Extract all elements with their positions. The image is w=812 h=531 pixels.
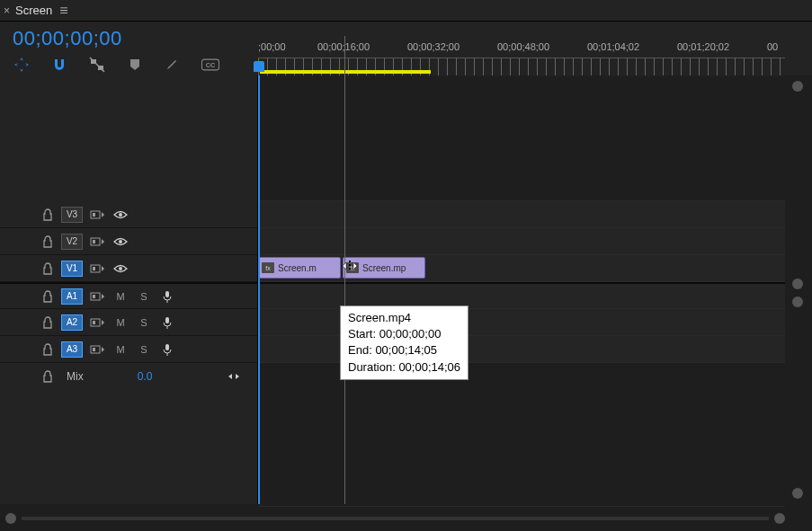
timeline-content[interactable]: fx Screen.m fx Screen.mp: [258, 75, 785, 504]
audio-lane[interactable]: [258, 309, 785, 336]
lock-icon[interactable]: [40, 290, 56, 303]
track-target-toggle[interactable]: A1: [61, 288, 83, 305]
tooltip-label: Start:: [348, 327, 376, 341]
svg-rect-21: [165, 344, 169, 350]
zoom-track[interactable]: [22, 517, 769, 520]
video-clip[interactable]: fx Screen.m: [258, 257, 341, 279]
audio-track-header[interactable]: A3 M S: [0, 336, 257, 363]
svg-rect-17: [93, 321, 95, 324]
horizontal-zoom-bar[interactable]: [5, 511, 785, 526]
solo-button[interactable]: S: [135, 341, 153, 358]
clip-tooltip: Screen.mp4 Start: 00;00;00;00 End: 00;00…: [340, 305, 468, 380]
tooltip-label: End:: [348, 343, 372, 357]
svg-rect-15: [165, 291, 169, 297]
sync-lock-icon[interactable]: [88, 288, 106, 305]
settings-icon[interactable]: [164, 56, 182, 74]
panel-title[interactable]: Screen: [15, 4, 52, 17]
sync-lock-icon[interactable]: [88, 341, 106, 358]
audio-track-header[interactable]: A1 M S: [0, 282, 257, 309]
mute-button[interactable]: M: [112, 288, 129, 305]
solo-button[interactable]: S: [135, 288, 153, 305]
clip-label: Screen.m: [278, 263, 317, 273]
tooltip-label: Duration:: [348, 360, 396, 374]
nest-icon[interactable]: [13, 56, 31, 74]
tooltip-value: 00;00;14;05: [375, 343, 437, 357]
timeline-tools: CC: [13, 56, 219, 74]
lock-icon[interactable]: [40, 208, 56, 221]
voiceover-icon[interactable]: [158, 314, 176, 331]
empty-area: [258, 75, 785, 201]
link-icon[interactable]: [88, 56, 106, 74]
ruler-tick-label: ;00;00: [258, 41, 286, 52]
sync-lock-icon[interactable]: [88, 314, 106, 331]
playhead-line[interactable]: [258, 75, 260, 504]
voiceover-icon[interactable]: [158, 288, 176, 305]
lock-icon[interactable]: [40, 343, 56, 356]
playhead-handle[interactable]: [254, 61, 264, 72]
track-target-toggle[interactable]: V3: [61, 207, 83, 223]
sync-lock-icon[interactable]: [88, 261, 106, 277]
scroll-handle[interactable]: [792, 279, 803, 289]
voiceover-icon[interactable]: [158, 341, 176, 358]
mute-button[interactable]: M: [112, 314, 129, 331]
lock-icon[interactable]: [40, 235, 56, 248]
sync-lock-icon[interactable]: [88, 207, 106, 223]
panel-menu-icon[interactable]: ≡: [59, 3, 67, 19]
eye-icon[interactable]: [112, 234, 129, 250]
mute-button[interactable]: M: [112, 341, 129, 358]
fx-badge[interactable]: fx: [262, 262, 274, 273]
close-icon[interactable]: ×: [4, 4, 10, 17]
mix-value[interactable]: 0.0: [138, 370, 153, 383]
video-lane[interactable]: fx Screen.m fx Screen.mp: [258, 255, 785, 282]
track-target-toggle[interactable]: V1: [61, 261, 83, 277]
ruler-labels: ;00;00 00;00;16;00 00;00;32;00 00;00;48;…: [258, 22, 785, 58]
tooltip-value: 00;00;00;00: [379, 327, 442, 341]
tooltip-end: End: 00;00;14;05: [348, 342, 460, 358]
svg-rect-14: [93, 295, 95, 298]
tooltip-value: 00;00;14;06: [398, 360, 460, 374]
time-ruler[interactable]: ;00;00 00;00;16;00 00;00;32;00 00;00;48;…: [258, 22, 785, 75]
tooltip-title: Screen.mp4: [348, 310, 460, 326]
tooltip-duration: Duration: 00;00;14;06: [348, 359, 460, 376]
audio-lane[interactable]: [258, 282, 785, 309]
ruler-tick-label: 00;01;20;02: [677, 41, 729, 52]
video-track-header[interactable]: V1: [0, 255, 257, 282]
vertical-scroll-gutter[interactable]: [789, 75, 807, 504]
video-lane[interactable]: [258, 201, 785, 228]
mix-track-header[interactable]: Mix 0.0: [0, 363, 257, 390]
zoom-handle-right[interactable]: [774, 513, 785, 524]
sync-lock-icon[interactable]: [88, 234, 106, 250]
track-target-toggle[interactable]: A3: [61, 341, 83, 358]
video-track-header[interactable]: V3: [0, 201, 257, 228]
work-area-bar[interactable]: [260, 70, 431, 74]
marker-icon[interactable]: [126, 56, 144, 74]
lock-icon[interactable]: [40, 316, 56, 329]
svg-rect-11: [93, 267, 95, 270]
svg-rect-20: [93, 348, 95, 351]
expand-icon[interactable]: [227, 371, 241, 382]
audio-lane[interactable]: [258, 336, 785, 363]
audio-track-header[interactable]: A2 M S: [0, 309, 257, 336]
mix-label: Mix: [67, 370, 84, 383]
eye-icon[interactable]: [112, 261, 129, 277]
svg-point-12: [119, 267, 122, 270]
track-target-toggle[interactable]: V2: [61, 234, 83, 250]
track-target-toggle[interactable]: A2: [61, 314, 83, 331]
cc-icon[interactable]: CC: [201, 56, 219, 74]
video-lane[interactable]: [258, 228, 785, 255]
svg-point-9: [119, 240, 122, 243]
lock-icon[interactable]: [40, 370, 56, 383]
ruler-tick-label: 00;01;04;02: [587, 41, 639, 52]
tracks-area: V3 V2 V1 A1 M: [0, 75, 785, 504]
scroll-handle[interactable]: [792, 81, 803, 92]
video-track-header[interactable]: V2: [0, 228, 257, 255]
solo-button[interactable]: S: [135, 314, 153, 331]
ruler-tick-label: 00;00;32;00: [407, 41, 460, 52]
snap-icon[interactable]: [50, 56, 68, 74]
scroll-handle[interactable]: [792, 488, 803, 499]
eye-icon[interactable]: [112, 207, 129, 223]
zoom-handle-left[interactable]: [5, 513, 16, 524]
lock-icon[interactable]: [40, 262, 56, 275]
current-timecode[interactable]: 00;00;00;00: [13, 27, 122, 50]
scroll-handle[interactable]: [792, 296, 803, 307]
